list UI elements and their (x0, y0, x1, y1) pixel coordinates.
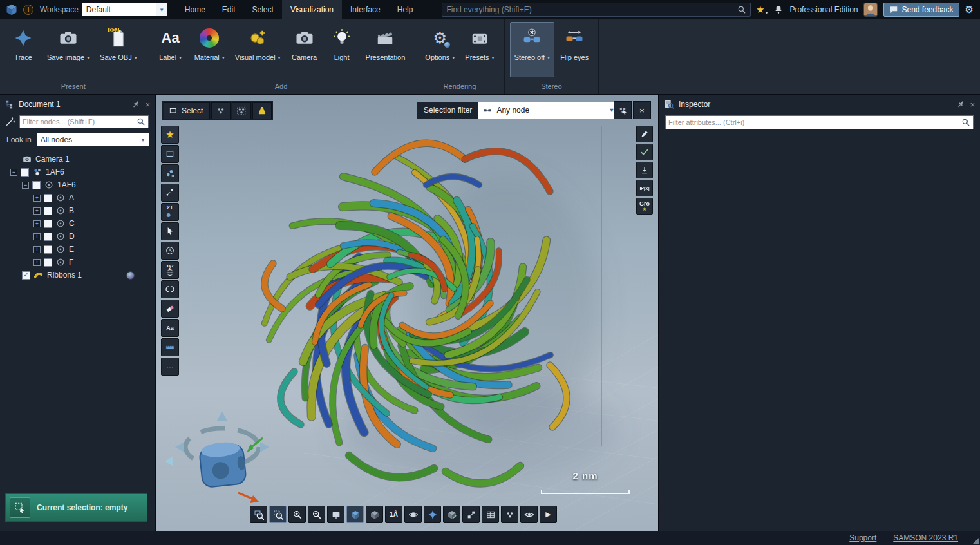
chevron-down-icon[interactable]: ▼ (156, 3, 167, 16)
more-tools-button[interactable]: ⋯ (161, 358, 179, 376)
camera-button[interactable]: Camera (287, 22, 323, 77)
history-tool-button[interactable] (161, 242, 179, 260)
light-button[interactable]: Light (324, 22, 360, 77)
stereo-off-button[interactable]: Stereo off▾ (510, 22, 555, 77)
resize-grip[interactable] (973, 538, 979, 544)
eraser-tool-button[interactable] (161, 300, 179, 318)
pin-icon[interactable] (131, 100, 140, 109)
tree-checkbox[interactable] (44, 194, 52, 202)
menu-home[interactable]: Home (176, 0, 214, 19)
tree-expander[interactable]: − (22, 182, 29, 189)
angstrom-scale-button[interactable]: 1Å (385, 506, 402, 523)
selection-filter-dropdown[interactable]: Any node ▼ (478, 102, 619, 119)
tree-item-chain-f[interactable]: + F (5, 256, 155, 269)
close-icon[interactable]: × (970, 100, 975, 109)
close-icon[interactable]: × (145, 100, 150, 109)
ruler-tool-button[interactable] (161, 338, 179, 356)
tree-item-chain-b[interactable]: + B (5, 204, 155, 217)
search-input[interactable] (446, 5, 733, 14)
viewport[interactable]: Select Selection filter Any node ▼ × ★ (156, 95, 658, 531)
zoom-selection-button[interactable] (269, 506, 287, 523)
tree-checkbox[interactable] (44, 207, 52, 215)
tree-checkbox[interactable] (44, 245, 52, 254)
charge-tool-button[interactable]: 2+ (161, 203, 179, 221)
gromacs-button[interactable]: Gro★ (636, 198, 653, 215)
select-filtered-button[interactable] (614, 101, 632, 119)
tree-item-chain-d[interactable]: + D (5, 230, 155, 243)
tree-expander[interactable]: + (33, 220, 41, 227)
search-icon[interactable] (961, 118, 970, 127)
menu-help[interactable]: Help (389, 0, 422, 19)
search-icon[interactable] (137, 117, 146, 126)
tree-item-chain-c[interactable]: + C (5, 217, 155, 230)
viewport-3d-canvas[interactable] (156, 95, 658, 531)
wand-icon[interactable] (5, 117, 15, 127)
navigation-gizmo[interactable] (165, 412, 269, 503)
data-table-button[interactable] (482, 506, 499, 523)
visual-model-button[interactable]: Visual model▾ (231, 22, 285, 77)
selection-flask-button[interactable] (252, 102, 272, 119)
presentation-button[interactable]: Presentation (361, 22, 410, 77)
filter-attributes-field[interactable] (665, 115, 974, 129)
tree-checkbox[interactable] (44, 233, 52, 241)
label-button[interactable]: Aa Label▾ (153, 22, 189, 77)
play-button[interactable]: ▶ (540, 506, 557, 523)
render-presets-button[interactable]: Presets▾ (460, 22, 498, 77)
flip-eyes-button[interactable]: Flip eyes (556, 22, 593, 77)
perspective-view-button[interactable] (346, 506, 364, 523)
tree-expander[interactable]: + (33, 207, 41, 215)
menu-edit[interactable]: Edit (214, 0, 244, 19)
text-label-tool-button[interactable]: Aa (161, 319, 179, 337)
tree-checkbox-checked[interactable]: ✓ (22, 271, 30, 280)
edit-sparkle-button[interactable] (636, 126, 653, 142)
ortho-view-button[interactable] (366, 506, 383, 523)
workspace-select[interactable]: Default ▼ (82, 3, 167, 16)
filter-attributes-input[interactable] (668, 119, 959, 126)
node-link-button[interactable] (462, 506, 480, 523)
tree-expander[interactable]: − (10, 169, 17, 176)
tree-item-camera[interactable]: Camera 1 (5, 153, 155, 166)
look-in-dropdown[interactable]: All nodes ▼ (37, 133, 149, 146)
tree-checkbox[interactable] (44, 220, 52, 228)
send-feedback-button[interactable]: Send feedback (883, 3, 959, 17)
select-group-button[interactable] (211, 102, 231, 119)
filter-nodes-input[interactable] (23, 118, 134, 126)
pointer-tool-button[interactable] (161, 222, 179, 240)
global-search[interactable] (442, 3, 751, 17)
world-time-tool-button[interactable]: xyz (161, 261, 179, 279)
favorite-tool-button[interactable]: ★ (161, 126, 179, 144)
version-link[interactable]: SAMSON 2023 R1 (893, 533, 958, 542)
material-button[interactable]: Material▾ (190, 22, 229, 77)
search-icon[interactable] (737, 5, 746, 14)
zoom-region-button[interactable] (250, 506, 267, 523)
select-tool-button[interactable]: Select (164, 102, 210, 119)
save-image-button[interactable]: Save image▾ (42, 22, 94, 77)
center-structure-button[interactable] (424, 506, 441, 523)
tree-checkbox[interactable] (21, 168, 29, 177)
orbit-button[interactable] (404, 506, 422, 523)
notification-badge-icon[interactable]: i (23, 5, 33, 15)
tree-expander[interactable]: + (33, 195, 41, 202)
clear-filter-button[interactable]: × (633, 101, 651, 119)
visual-model-indicator-icon[interactable] (126, 271, 135, 280)
fullscreen-button[interactable] (327, 506, 344, 523)
tree-item-chain-a[interactable]: + A (5, 191, 155, 204)
download-button[interactable] (636, 162, 653, 178)
filter-nodes-field[interactable] (19, 115, 149, 128)
break-bond-tool-button[interactable] (161, 280, 179, 298)
ip-explorer-button[interactable]: IP[x] (636, 180, 653, 196)
favorites-star-icon[interactable]: ★▾ (756, 4, 768, 15)
add-atoms-tool-button[interactable] (161, 164, 179, 182)
simulation-button[interactable] (501, 506, 518, 523)
avatar[interactable] (863, 3, 878, 17)
tree-item-ribbons[interactable]: ✓ Ribbons 1 (5, 269, 155, 282)
save-obj-button[interactable]: OBJ Save OBJ▾ (95, 22, 142, 77)
support-link[interactable]: Support (849, 533, 876, 542)
tree-checkbox[interactable] (32, 181, 41, 189)
app-logo-icon[interactable] (4, 2, 19, 17)
tree-item-structure[interactable]: − 1AF6 (5, 166, 155, 178)
notifications-bell-icon[interactable] (773, 5, 784, 15)
settings-gear-icon[interactable]: ⚙ (965, 4, 974, 15)
trace-button[interactable]: Trace (5, 22, 41, 77)
validate-button[interactable] (636, 144, 653, 160)
